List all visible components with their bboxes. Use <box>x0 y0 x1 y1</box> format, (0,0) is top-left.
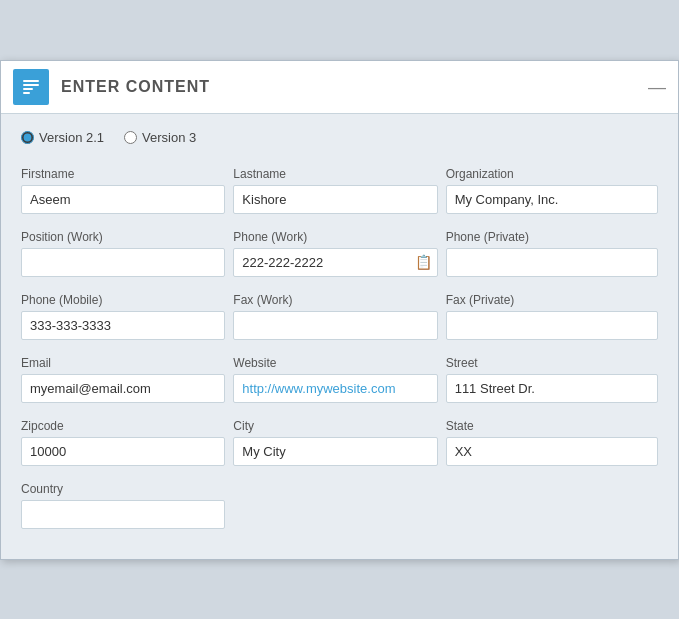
form-content: Version 2.1 Version 3 Firstname Lastname… <box>1 114 678 559</box>
version-3-radio[interactable]: Version 3 <box>124 130 196 145</box>
title-bar: ENTER CONTENT — <box>1 61 678 114</box>
lastname-label: Lastname <box>233 167 437 181</box>
position-label: Position (Work) <box>21 230 225 244</box>
title-bar-left: ENTER CONTENT <box>13 69 210 105</box>
position-field: Position (Work) <box>21 224 233 287</box>
firstname-field: Firstname <box>21 161 233 224</box>
state-field: State <box>446 413 658 476</box>
organization-field: Organization <box>446 161 658 224</box>
phone-private-label: Phone (Private) <box>446 230 658 244</box>
zipcode-label: Zipcode <box>21 419 225 433</box>
website-input[interactable] <box>233 374 437 403</box>
main-window: ENTER CONTENT — Version 2.1 Version 3 Fi… <box>0 60 679 560</box>
organization-input[interactable] <box>446 185 658 214</box>
city-label: City <box>233 419 437 433</box>
city-field: City <box>233 413 445 476</box>
phone-mobile-label: Phone (Mobile) <box>21 293 225 307</box>
firstname-label: Firstname <box>21 167 225 181</box>
window-icon <box>13 69 49 105</box>
fax-work-field: Fax (Work) <box>233 287 445 350</box>
fax-private-input[interactable] <box>446 311 658 340</box>
zipcode-field: Zipcode <box>21 413 233 476</box>
svg-rect-2 <box>23 88 33 90</box>
zipcode-input[interactable] <box>21 437 225 466</box>
lastname-input[interactable] <box>233 185 437 214</box>
email-input[interactable] <box>21 374 225 403</box>
version-21-label: Version 2.1 <box>39 130 104 145</box>
phone-work-input[interactable] <box>233 248 437 277</box>
minimize-button[interactable]: — <box>648 78 666 96</box>
city-input[interactable] <box>233 437 437 466</box>
svg-rect-1 <box>23 84 39 86</box>
phone-work-field: Phone (Work) 📋 <box>233 224 445 287</box>
svg-rect-0 <box>23 80 39 82</box>
version-selector: Version 2.1 Version 3 <box>21 130 658 145</box>
country-input[interactable] <box>21 500 225 529</box>
website-field: Website <box>233 350 445 413</box>
website-label: Website <box>233 356 437 370</box>
lastname-field: Lastname <box>233 161 445 224</box>
form-grid: Firstname Lastname Organization Position… <box>21 161 658 539</box>
version-21-radio[interactable]: Version 2.1 <box>21 130 104 145</box>
window-title: ENTER CONTENT <box>61 78 210 96</box>
version-3-label: Version 3 <box>142 130 196 145</box>
phone-mobile-field: Phone (Mobile) <box>21 287 233 350</box>
organization-label: Organization <box>446 167 658 181</box>
version-3-input[interactable] <box>124 131 137 144</box>
phone-private-field: Phone (Private) <box>446 224 658 287</box>
street-label: Street <box>446 356 658 370</box>
fax-work-input[interactable] <box>233 311 437 340</box>
fax-work-label: Fax (Work) <box>233 293 437 307</box>
fax-private-label: Fax (Private) <box>446 293 658 307</box>
street-input[interactable] <box>446 374 658 403</box>
email-field: Email <box>21 350 233 413</box>
phone-icon: 📋 <box>415 254 432 270</box>
fax-private-field: Fax (Private) <box>446 287 658 350</box>
country-label: Country <box>21 482 225 496</box>
position-input[interactable] <box>21 248 225 277</box>
phone-work-label: Phone (Work) <box>233 230 437 244</box>
country-field: Country <box>21 476 233 539</box>
state-input[interactable] <box>446 437 658 466</box>
state-label: State <box>446 419 658 433</box>
phone-mobile-input[interactable] <box>21 311 225 340</box>
firstname-input[interactable] <box>21 185 225 214</box>
phone-private-input[interactable] <box>446 248 658 277</box>
version-21-input[interactable] <box>21 131 34 144</box>
email-label: Email <box>21 356 225 370</box>
svg-rect-3 <box>23 92 30 94</box>
street-field: Street <box>446 350 658 413</box>
phone-work-wrapper: 📋 <box>233 248 437 277</box>
